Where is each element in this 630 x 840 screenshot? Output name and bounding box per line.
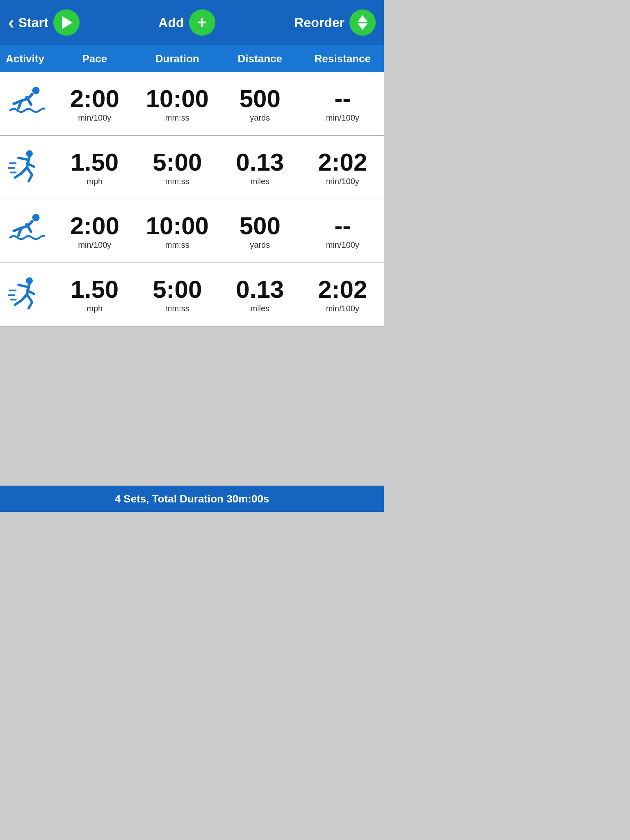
resistance-value: -- [334, 85, 351, 112]
activity-cell [0, 149, 53, 186]
start-button[interactable] [53, 9, 80, 36]
pace-unit: mph [87, 177, 103, 186]
swim-icon [8, 212, 45, 249]
distance-cell[interactable]: 500 yards [219, 212, 301, 250]
activity-cell [0, 276, 53, 313]
distance-value: 0.13 [236, 149, 284, 176]
reorder-button[interactable] [349, 9, 376, 36]
distance-value: 500 [240, 212, 281, 240]
resistance-value: -- [334, 212, 351, 240]
distance-cell[interactable]: 0.13 miles [219, 276, 301, 313]
reorder-label: Reorder [294, 15, 345, 30]
pace-cell[interactable]: 2:00 min/100y [53, 85, 136, 123]
distance-cell[interactable]: 0.13 miles [219, 149, 301, 186]
pace-cell[interactable]: 1.50 mph [53, 276, 136, 313]
activity-cell [0, 212, 53, 249]
col-pace: Pace [53, 52, 136, 65]
distance-value: 0.13 [236, 276, 284, 303]
duration-unit: mm:ss [165, 240, 189, 250]
resistance-cell[interactable]: -- min/100y [301, 85, 384, 123]
resistance-cell[interactable]: 2:02 min/100y [301, 149, 384, 186]
swim-icon [8, 85, 45, 122]
distance-value: 500 [240, 85, 281, 112]
add-label: Add [158, 15, 184, 30]
pace-unit: min/100y [78, 240, 111, 250]
svg-point-0 [32, 87, 40, 94]
resistance-unit: min/100y [326, 240, 359, 250]
distance-unit: miles [250, 304, 269, 313]
distance-unit: yards [250, 113, 270, 123]
resistance-cell[interactable]: -- min/100y [301, 212, 384, 250]
table-row[interactable]: 1.50 mph 5:00 mm:ss 0.13 miles 2:02 min/… [0, 263, 384, 326]
reorder-down-arrow [358, 23, 368, 30]
pace-value: 1.50 [71, 276, 119, 303]
resistance-value: 2:02 [318, 276, 367, 303]
add-group: Add + [158, 9, 215, 36]
distance-unit: miles [250, 177, 269, 186]
duration-cell[interactable]: 5:00 mm:ss [136, 276, 219, 313]
play-icon [62, 16, 73, 29]
pace-cell[interactable]: 1.50 mph [53, 149, 136, 186]
svg-point-2 [32, 214, 40, 221]
pace-unit: min/100y [78, 113, 111, 123]
pace-cell[interactable]: 2:00 min/100y [53, 212, 136, 250]
duration-cell[interactable]: 10:00 mm:ss [136, 85, 219, 123]
col-resistance: Resistance [301, 52, 384, 65]
header: ‹ Start Add + Reorder [0, 0, 384, 45]
duration-value: 10:00 [146, 85, 209, 112]
plus-icon: + [197, 14, 207, 30]
table-row[interactable]: 1.50 mph 5:00 mm:ss 0.13 miles 2:02 min/… [0, 136, 384, 199]
activity-cell [0, 85, 53, 122]
add-button[interactable]: + [189, 9, 215, 36]
col-distance: Distance [219, 52, 301, 65]
run-icon [8, 149, 45, 186]
run-icon [8, 276, 45, 313]
footer-summary: 4 Sets, Total Duration 30m:00s [115, 493, 269, 505]
duration-unit: mm:ss [165, 113, 189, 123]
resistance-unit: min/100y [326, 304, 359, 313]
pace-value: 1.50 [71, 149, 119, 176]
col-activity: Activity [0, 52, 53, 65]
duration-value: 10:00 [146, 212, 209, 240]
table-row[interactable]: 2:00 min/100y 10:00 mm:ss 500 yards -- m… [0, 199, 384, 263]
reorder-up-arrow [358, 15, 368, 22]
start-group: Start [18, 9, 80, 36]
distance-cell[interactable]: 500 yards [219, 85, 301, 123]
duration-unit: mm:ss [165, 304, 189, 313]
pace-value: 2:00 [70, 85, 119, 112]
start-label: Start [18, 15, 48, 30]
table-body: 2:00 min/100y 10:00 mm:ss 500 yards -- m… [0, 72, 384, 326]
column-headers: Activity Pace Duration Distance Resistan… [0, 45, 384, 72]
duration-cell[interactable]: 10:00 mm:ss [136, 212, 219, 250]
footer: 4 Sets, Total Duration 30m:00s [0, 486, 384, 512]
duration-cell[interactable]: 5:00 mm:ss [136, 149, 219, 186]
resistance-unit: min/100y [326, 177, 359, 186]
pace-value: 2:00 [70, 212, 119, 240]
resistance-cell[interactable]: 2:02 min/100y [301, 276, 384, 313]
resistance-unit: min/100y [326, 113, 359, 123]
main-content: 2:00 min/100y 10:00 mm:ss 500 yards -- m… [0, 72, 384, 512]
pace-unit: mph [87, 304, 103, 313]
header-left: ‹ Start [8, 9, 80, 36]
duration-unit: mm:ss [165, 177, 189, 186]
duration-value: 5:00 [153, 276, 202, 303]
resistance-value: 2:02 [318, 149, 367, 176]
reorder-group: Reorder [294, 9, 376, 36]
empty-area [0, 326, 384, 512]
duration-value: 5:00 [153, 149, 202, 176]
reorder-icon [358, 15, 368, 30]
table-row[interactable]: 2:00 min/100y 10:00 mm:ss 500 yards -- m… [0, 72, 384, 136]
back-button[interactable]: ‹ [8, 14, 14, 32]
col-duration: Duration [136, 52, 219, 65]
distance-unit: yards [250, 240, 270, 250]
